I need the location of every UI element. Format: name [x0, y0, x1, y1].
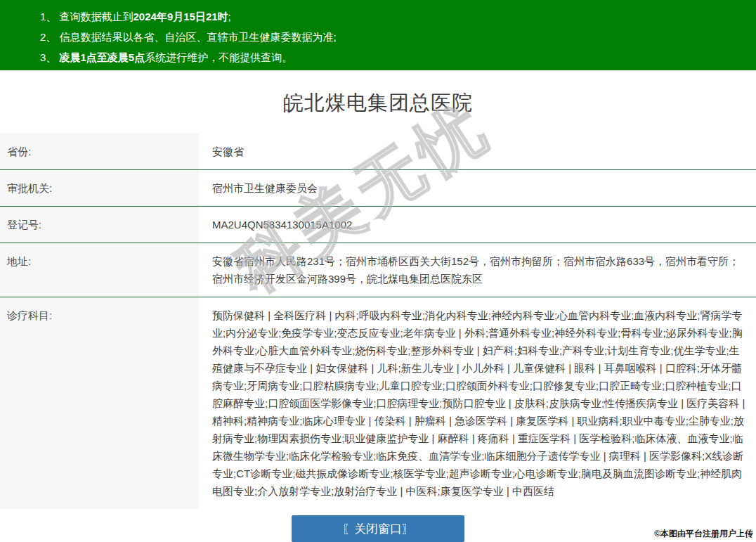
table-row-province: 省份: 安徽省 — [0, 134, 756, 170]
table-row-registration-number: 登记号: MA2U4QN5834130015A1002 — [0, 207, 756, 243]
row-label: 省份: — [0, 134, 199, 169]
copyright-stamp: ©本图由平台注册用户上传 — [654, 528, 753, 540]
notice-3-text: 3、 — [40, 51, 60, 63]
row-value: 预防保健科 | 全科医疗科 | 内科;呼吸内科专业;消化内科专业;神经内科专业;… — [199, 297, 756, 509]
row-label: 地址: — [0, 243, 199, 297]
notice-3-tail: 系统进行维护，不能提供查询。 — [145, 51, 292, 63]
row-value: 宿州市卫生健康委员会 — [199, 170, 756, 206]
notice-line-1: 1、 查询数据截止到2024年9月15日21时; — [40, 6, 742, 27]
notice-3-bold: 凌晨1点至凌晨5点 — [60, 51, 145, 63]
row-label: 审批机关: — [0, 170, 199, 206]
notice-line-3: 3、 凌晨1点至凌晨5点系统进行维护，不能提供查询。 — [40, 47, 742, 67]
footer: 〖关闭窗口〗 ©本图由平台注册用户上传 — [0, 511, 756, 542]
row-label: 登记号: — [0, 207, 199, 243]
close-window-button[interactable]: 〖关闭窗口〗 — [292, 515, 464, 542]
notice-1-bold: 2024年9月15日21时 — [133, 11, 228, 22]
table-row-approval-authority: 审批机关: 宿州市卫生健康委员会 — [0, 170, 756, 207]
notice-1-text: 1、 查询数据截止到 — [40, 11, 133, 22]
row-value: 安徽省 — [199, 134, 756, 169]
page-title: 皖北煤电集团总医院 — [0, 70, 756, 117]
table-row-departments: 诊疗科目: 预防保健科 | 全科医疗科 | 内科;呼吸内科专业;消化内科专业;神… — [0, 297, 756, 509]
row-value: MA2U4QN5834130015A1002 — [199, 207, 756, 243]
notice-banner: 1、 查询数据截止到2024年9月15日21时; 2、 信息数据结果以各省、自治… — [0, 0, 756, 70]
row-label: 诊疗科目: — [0, 297, 199, 509]
detail-table: 省份: 安徽省 审批机关: 宿州市卫生健康委员会 登记号: MA2U4QN583… — [0, 134, 756, 509]
notice-1-tail: ; — [228, 11, 231, 22]
notice-line-2: 2、 信息数据结果以各省、自治区、直辖市卫生健康委数据为准; — [40, 27, 742, 47]
notice-2-text: 2、 信息数据结果以各省、自治区、直辖市卫生健康委数据为准; — [40, 31, 337, 43]
table-row-address: 地址: 安徽省宿州市人民路231号；宿州市埇桥区西关大街152号，宿州市拘留所；… — [0, 243, 756, 297]
row-value: 安徽省宿州市人民路231号；宿州市埇桥区西关大街152号，宿州市拘留所；宿州市宿… — [199, 243, 756, 297]
